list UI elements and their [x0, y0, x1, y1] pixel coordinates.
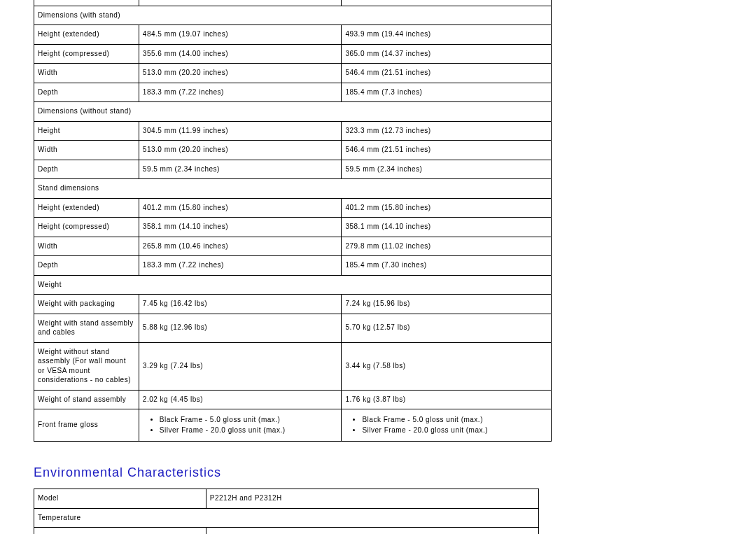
spec-value: 401.2 mm (15.80 inches) — [139, 198, 342, 218]
section-stand-dim: Stand dimensions — [34, 179, 552, 199]
spec-value: 3.44 kg (7.58 lbs) — [342, 342, 552, 390]
table-row: Depth59.5 mm (2.34 inches)59.5 mm (2.34 … — [34, 160, 552, 179]
table-row — [34, 528, 539, 535]
spec-value: Black Frame - 5.0 gloss unit (max.) Silv… — [342, 409, 552, 442]
spec-label: Depth — [34, 256, 139, 276]
spec-value: 546.4 mm (21.51 inches) — [342, 141, 552, 160]
table-row: Width513.0 mm (20.20 inches)546.4 mm (21… — [34, 141, 552, 160]
spec-label: Weight of stand assembly — [34, 390, 139, 409]
spec-label: Width — [34, 237, 139, 256]
spec-value: 365.0 mm (14.37 inches) — [342, 44, 552, 64]
spec-label: Model — [34, 489, 206, 509]
spec-value: 59.5 mm (2.34 inches) — [342, 160, 552, 179]
spec-value: 484.5 mm (19.07 inches) — [139, 25, 342, 45]
spec-value: 323.3 mm (12.73 inches) — [342, 121, 552, 141]
table-row: Height (extended)401.2 mm (15.80 inches)… — [34, 198, 552, 218]
spec-value: 304.5 mm (11.99 inches) — [139, 121, 342, 141]
section-weight: Weight — [34, 275, 552, 295]
spec-label: Width — [34, 141, 139, 160]
spec-label: Height (extended) — [34, 25, 139, 45]
table-row: Width513.0 mm (20.20 inches)546.4 mm (21… — [34, 64, 552, 83]
table-row: Depth183.3 mm (7.22 inches)185.4 mm (7.3… — [34, 256, 552, 276]
table-row: Weight with stand assembly and cables5.8… — [34, 314, 552, 342]
list-item: Black Frame - 5.0 gloss unit (max.) — [362, 415, 547, 425]
spec-label — [34, 528, 206, 535]
spec-value: 2.02 kg (4.45 lbs) — [139, 390, 342, 409]
spec-value: 5.70 kg (12.57 lbs) — [342, 314, 552, 342]
spec-value: 401.2 mm (15.80 inches) — [342, 198, 552, 218]
spec-label: Height (compressed) — [34, 218, 139, 237]
spec-label: Width — [34, 64, 139, 83]
spec-value: 59.5 mm (2.34 inches) — [139, 160, 342, 179]
spec-value: 265.8 mm (10.46 inches) — [139, 237, 342, 256]
spec-value: 183.3 mm (7.22 inches) — [139, 256, 342, 276]
spec-label: Front frame gloss — [34, 409, 139, 442]
spec-value: 1.76 kg (3.87 lbs) — [342, 390, 552, 409]
table-row: Weight without stand assembly (For wall … — [34, 342, 552, 390]
table-row: Weight of stand assembly2.02 kg (4.45 lb… — [34, 390, 552, 409]
table-row: Front frame gloss Black Frame - 5.0 glos… — [34, 409, 552, 442]
spec-value: 183.3 mm (7.22 inches) — [139, 83, 342, 102]
spec-value: 513.0 mm (20.20 inches) — [139, 64, 342, 83]
spec-label: Height (compressed) — [34, 44, 139, 64]
table-row: Weight with packaging7.45 kg (16.42 lbs)… — [34, 295, 552, 314]
table-row: Depth183.3 mm (7.22 inches)185.4 mm (7.3… — [34, 83, 552, 102]
spec-label: Depth — [34, 83, 139, 102]
spec-value: 493.9 mm (19.44 inches) — [342, 25, 552, 45]
table-row: ModelP2212H and P2312H — [34, 489, 539, 509]
spec-label: Weight with packaging — [34, 295, 139, 314]
spec-label: Weight with stand assembly and cables — [34, 314, 139, 342]
spec-value: 513.0 mm (20.20 inches) — [139, 141, 342, 160]
spec-value: 358.1 mm (14.10 inches) — [342, 218, 552, 237]
spec-value: P2212H and P2312H — [206, 489, 538, 509]
spec-value: 279.8 mm (11.02 inches) — [342, 237, 552, 256]
spec-label: Weight without stand assembly (For wall … — [34, 342, 139, 390]
section-dim-without-stand: Dimensions (without stand) — [34, 102, 552, 122]
table-row: Height304.5 mm (11.99 inches)323.3 mm (1… — [34, 121, 552, 141]
spec-value: 3.29 kg (7.24 lbs) — [139, 342, 342, 390]
spec-value: 546.4 mm (21.51 inches) — [342, 64, 552, 83]
specs-table: Dimensions (with stand) Height (extended… — [34, 0, 552, 442]
spec-value: 5.88 kg (12.96 lbs) — [139, 314, 342, 342]
spec-value: 185.4 mm (7.3 inches) — [342, 83, 552, 102]
table-row: Height (compressed)355.6 mm (14.00 inche… — [34, 44, 552, 64]
spec-value: 7.24 kg (15.96 lbs) — [342, 295, 552, 314]
section-dim-with-stand: Dimensions (with stand) — [34, 6, 552, 25]
spec-label: Height — [34, 121, 139, 141]
spec-value: Black Frame - 5.0 gloss unit (max.) Silv… — [139, 409, 342, 442]
spec-value: 358.1 mm (14.10 inches) — [139, 218, 342, 237]
spec-label: Height (extended) — [34, 198, 139, 218]
table-row: Height (compressed)358.1 mm (14.10 inche… — [34, 218, 552, 237]
table-row: Height (extended)484.5 mm (19.07 inches)… — [34, 25, 552, 45]
spec-value: 7.45 kg (16.42 lbs) — [139, 295, 342, 314]
spec-value — [206, 528, 538, 535]
section-heading-environmental: Environmental Characteristics — [34, 465, 722, 480]
table-row: Width265.8 mm (10.46 inches)279.8 mm (11… — [34, 237, 552, 256]
spec-label: Depth — [34, 160, 139, 179]
section-temperature: Temperature — [34, 508, 539, 528]
env-table: ModelP2212H and P2312H Temperature — [34, 489, 539, 534]
list-item: Silver Frame - 20.0 gloss unit (max.) — [362, 426, 547, 435]
spec-value: 185.4 mm (7.30 inches) — [342, 256, 552, 276]
spec-value: 355.6 mm (14.00 inches) — [139, 44, 342, 64]
list-item: Silver Frame - 20.0 gloss unit (max.) — [160, 426, 338, 435]
list-item: Black Frame - 5.0 gloss unit (max.) — [160, 415, 338, 425]
